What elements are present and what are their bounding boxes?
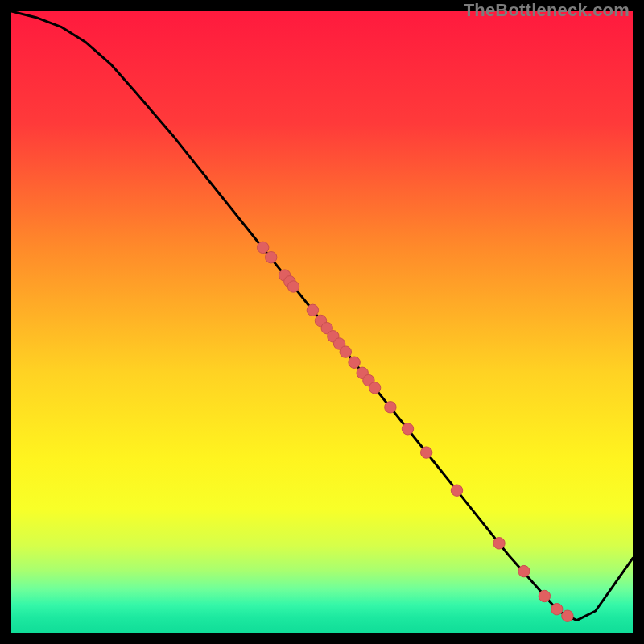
data-point xyxy=(307,304,318,316)
data-point xyxy=(402,423,413,435)
data-point xyxy=(266,252,277,263)
chart-frame xyxy=(11,11,633,633)
data-point xyxy=(562,610,573,621)
data-point xyxy=(539,590,550,601)
data-point xyxy=(451,485,462,496)
data-point xyxy=(369,382,380,394)
data-point xyxy=(258,242,269,253)
data-point xyxy=(551,604,563,615)
watermark-text: TheBottleneck.com xyxy=(464,0,630,21)
data-point xyxy=(287,281,299,292)
data-point xyxy=(493,538,505,549)
data-point xyxy=(385,402,396,413)
bottleneck-chart xyxy=(11,11,633,633)
data-point xyxy=(518,565,530,576)
data-point xyxy=(349,357,360,368)
data-point xyxy=(340,346,351,357)
data-point xyxy=(421,447,432,458)
